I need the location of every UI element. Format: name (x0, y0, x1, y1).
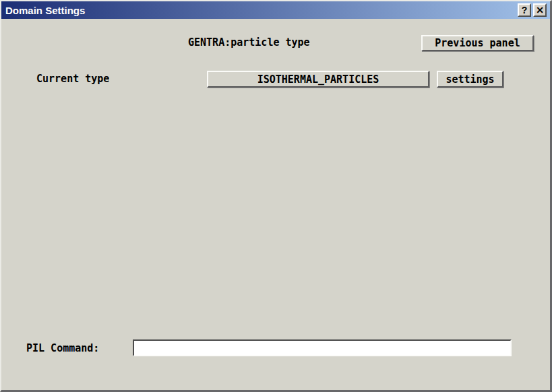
pil-command-label: PIL Command: (26, 342, 99, 354)
domain-settings-window: Domain Settings ? ✕ GENTRA:particle type… (0, 0, 552, 392)
window-title: Domain Settings (1, 5, 85, 16)
panel-heading: GENTRA:particle type (188, 36, 310, 48)
titlebar-buttons: ? ✕ (518, 3, 547, 17)
current-type-label: Current type (36, 73, 109, 85)
help-icon: ? (522, 5, 528, 15)
titlebar: Domain Settings ? ✕ (1, 1, 550, 19)
help-button[interactable]: ? (518, 3, 531, 17)
previous-panel-button[interactable]: Previous panel (421, 35, 534, 51)
settings-button[interactable]: settings (437, 71, 503, 88)
close-button[interactable]: ✕ (533, 3, 547, 17)
close-icon: ✕ (536, 5, 544, 15)
pil-command-input[interactable] (133, 339, 512, 356)
current-type-button[interactable]: ISOTHERMAL_PARTICLES (207, 71, 429, 88)
